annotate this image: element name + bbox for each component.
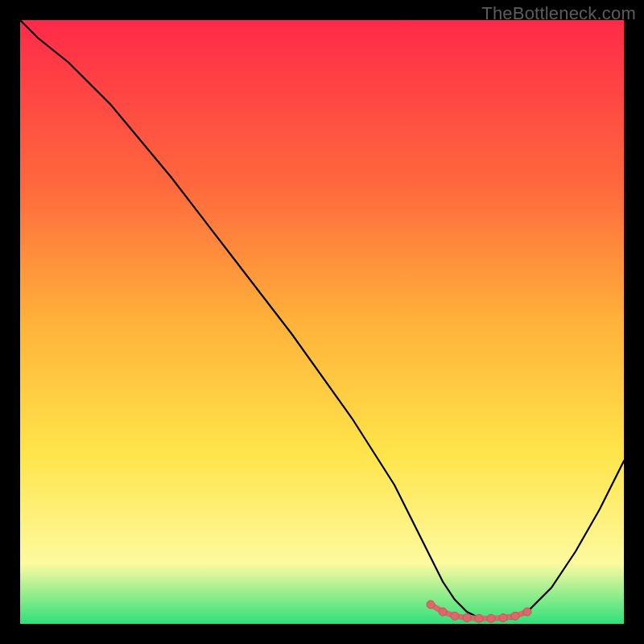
marker-dot — [439, 608, 447, 616]
marker-dot — [463, 614, 471, 622]
marker-dot — [451, 612, 459, 620]
marker-dot — [475, 614, 483, 622]
chart-frame: TheBottleneck.com — [0, 0, 644, 644]
marker-dot — [427, 601, 435, 609]
chart-svg — [20, 20, 624, 624]
marker-dot — [499, 614, 507, 622]
watermark-text: TheBottleneck.com — [481, 3, 636, 24]
marker-dot — [511, 612, 519, 620]
chart-plot-area — [20, 20, 624, 624]
heat-gradient-bg — [20, 20, 624, 624]
marker-dot — [487, 614, 495, 622]
marker-dot — [523, 608, 531, 616]
